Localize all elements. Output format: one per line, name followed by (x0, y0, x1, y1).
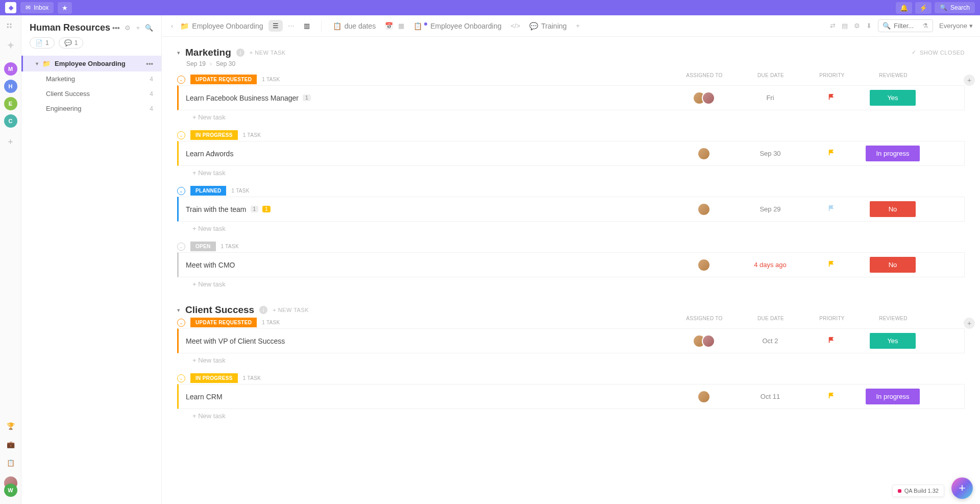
status-collapse-toggle[interactable]: ⌄ (177, 131, 185, 139)
section-collapse-toggle[interactable]: ▾ (177, 50, 180, 56)
sidebar-subitem[interactable]: Client Success4 (21, 86, 161, 101)
task-due-date[interactable]: Oct 2 (740, 337, 801, 345)
info-icon[interactable]: i (236, 49, 244, 57)
new-task-button[interactable]: + New task (177, 353, 965, 364)
info-icon[interactable]: i (259, 306, 267, 314)
section-new-task-button[interactable]: + NEW TASK (273, 307, 309, 313)
assignee-avatar[interactable] (697, 203, 710, 216)
task-reviewed[interactable]: In progress (862, 389, 923, 404)
task-due-date[interactable]: Sep 29 (740, 205, 801, 213)
status-badge[interactable]: IN PROGRESS (190, 373, 238, 383)
status-badge[interactable]: PLANNED (190, 186, 226, 196)
space-avatar[interactable]: M (4, 62, 17, 76)
status-collapse-toggle[interactable]: ⌄ (177, 243, 185, 251)
tab-due-dates[interactable]: 📋 due dates (329, 22, 380, 30)
section-new-task-button[interactable]: + NEW TASK (250, 50, 286, 56)
assignee-avatar[interactable] (702, 334, 715, 348)
pin-icon[interactable] (6, 41, 15, 50)
grid-icon[interactable]: ▦ (398, 22, 404, 30)
create-fab[interactable]: + (951, 477, 973, 499)
task-row[interactable]: Train with the team 11 Sep 29 No (177, 197, 965, 222)
settings-icon[interactable]: ⚙ (125, 24, 131, 32)
task-priority[interactable] (806, 260, 857, 269)
task-row[interactable]: Learn Facebook Business Manager 1 Fri Ye… (177, 85, 965, 110)
list-view-button[interactable]: ☰ (268, 20, 283, 32)
task-due-date[interactable]: 4 days ago (740, 261, 801, 269)
add-space-button[interactable]: + (8, 137, 13, 148)
chat-count-pill[interactable]: 💬 1 (59, 37, 84, 49)
assignee-avatar[interactable] (697, 258, 710, 272)
task-due-date[interactable]: Oct 11 (740, 393, 801, 400)
status-badge[interactable]: UPDATE REQUESTED (190, 75, 257, 84)
task-reviewed[interactable]: No (862, 257, 923, 273)
board-view-button[interactable]: ▥ (300, 20, 314, 32)
trophy-icon[interactable]: 🏆 (6, 421, 15, 430)
search-sidebar-icon[interactable]: 🔍 (145, 24, 153, 32)
space-title[interactable]: Human Resources ••• (30, 22, 120, 33)
assignee-avatar[interactable] (697, 390, 710, 403)
inbox-button[interactable]: ✉ Inbox (20, 2, 54, 13)
apps-icon[interactable] (6, 22, 15, 32)
task-reviewed[interactable]: Yes (862, 333, 923, 349)
search-button[interactable]: 🔍 Search (935, 2, 975, 13)
task-priority[interactable] (806, 392, 857, 401)
status-badge[interactable]: OPEN (190, 242, 216, 251)
breadcrumb[interactable]: 📁 Employee Onboarding (180, 22, 263, 30)
tab-employee-onboarding[interactable]: 📋 Employee Onboarding (409, 22, 505, 30)
new-task-button[interactable]: + New task (177, 166, 965, 177)
new-task-button[interactable]: + New task (177, 409, 965, 420)
task-priority[interactable] (806, 337, 857, 345)
tab-training[interactable]: 💬 Training (525, 22, 571, 30)
show-closed-toggle[interactable]: ✓ SHOW CLOSED (912, 49, 965, 56)
status-badge[interactable]: UPDATE REQUESTED (190, 318, 257, 327)
task-reviewed[interactable]: No (862, 201, 923, 217)
task-priority[interactable] (806, 205, 857, 213)
status-collapse-toggle[interactable]: ⌄ (177, 374, 185, 382)
task-priority[interactable] (806, 93, 857, 102)
notifications-button[interactable]: 🔔 (896, 2, 912, 14)
add-icon[interactable]: + (136, 24, 140, 32)
template-icon[interactable]: ▤ (842, 22, 848, 30)
assignee-avatar[interactable] (702, 91, 715, 105)
section-title[interactable]: Client Success (185, 304, 254, 316)
add-view-button[interactable]: + (576, 22, 580, 30)
space-avatar[interactable]: H (4, 80, 17, 93)
qa-build-badge[interactable]: QA Build 1.32 (892, 485, 944, 497)
add-column-button[interactable]: + (964, 75, 975, 86)
view-more-icon[interactable]: ⋯ (288, 22, 295, 30)
quick-action-button[interactable]: ⚡ (915, 2, 932, 14)
filter-input[interactable] (894, 22, 919, 30)
filter-icon[interactable]: ⚗ (922, 22, 928, 30)
export-icon[interactable]: ⬇ (866, 22, 872, 30)
calendar-icon[interactable]: 📅 (385, 22, 393, 30)
task-due-date[interactable]: Sep 30 (740, 150, 801, 157)
sidebar-subitem[interactable]: Engineering4 (21, 101, 161, 116)
filter-input-wrapper[interactable]: 🔍 ⚗ (878, 19, 933, 32)
task-reviewed[interactable]: In progress (862, 146, 923, 161)
briefcase-icon[interactable]: 💼 (6, 440, 15, 449)
sidebar-item-employee-onboarding[interactable]: ▾ 📁 Employee Onboarding ••• (21, 56, 161, 71)
item-more-icon[interactable]: ••• (146, 60, 153, 67)
settings-icon[interactable]: ⚙ (854, 22, 860, 30)
status-collapse-toggle[interactable]: ⌄ (177, 187, 185, 195)
task-row[interactable]: Learn CRM Oct 11 In progress (177, 384, 965, 409)
docs-count-pill[interactable]: 📄 1 (30, 37, 55, 49)
task-row[interactable]: Meet with VP of Client Success Oct 2 Yes (177, 328, 965, 353)
app-logo[interactable]: ◆ (5, 2, 16, 13)
new-task-button[interactable]: + New task (177, 277, 965, 288)
space-avatar[interactable]: C (4, 114, 17, 128)
favorites-button[interactable]: ★ (58, 2, 72, 14)
assignee-filter[interactable]: Everyone ▾ (939, 22, 973, 30)
section-title[interactable]: Marketing (185, 47, 231, 58)
sidebar-subitem[interactable]: Marketing4 (21, 71, 161, 86)
task-due-date[interactable]: Fri (740, 94, 801, 102)
new-task-button[interactable]: + New task (177, 222, 965, 232)
assignee-avatar[interactable] (697, 147, 710, 160)
add-column-button[interactable]: + (964, 318, 975, 329)
workspace-avatar[interactable]: W (4, 484, 17, 497)
status-badge[interactable]: IN PROGRESS (190, 130, 238, 140)
status-collapse-toggle[interactable]: ⌄ (177, 76, 185, 84)
task-priority[interactable] (806, 149, 857, 158)
new-task-button[interactable]: + New task (177, 110, 965, 121)
automation-icon[interactable]: ⇄ (830, 22, 836, 30)
